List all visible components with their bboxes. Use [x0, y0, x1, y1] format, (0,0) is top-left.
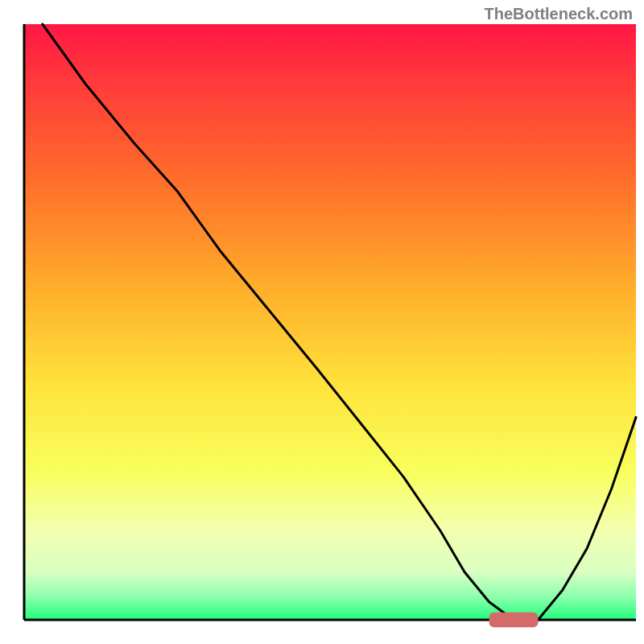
optimal-marker [489, 613, 539, 628]
chart-container: TheBottleneck.com [0, 0, 644, 644]
watermark-text: TheBottleneck.com [485, 5, 633, 23]
bottleneck-chart [0, 0, 644, 644]
plot-background [24, 24, 636, 620]
